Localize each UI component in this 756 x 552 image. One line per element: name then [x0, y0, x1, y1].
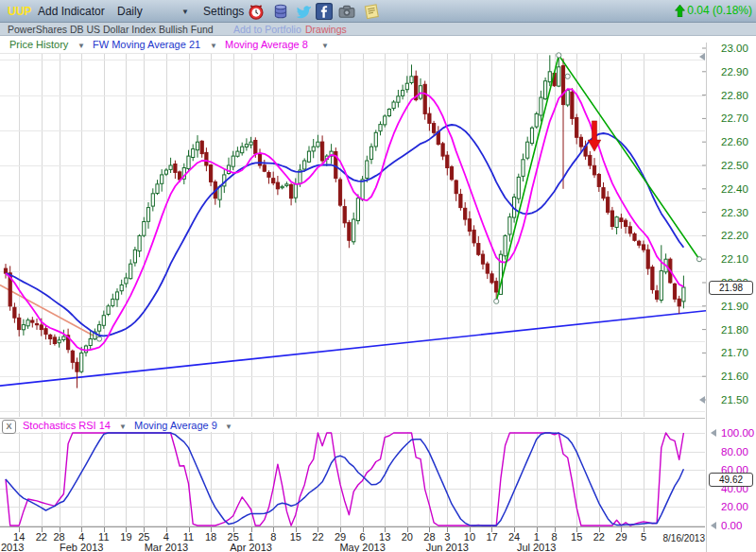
ma8-dropdown[interactable]: Moving Average 8	[225, 39, 308, 50]
price-tick-label: 22.70	[721, 112, 748, 124]
month-label: Apr 2013	[230, 542, 272, 552]
month-label: 2013	[1, 542, 24, 552]
date-tick-label: 17	[486, 531, 497, 543]
stoch-ma-dropdown[interactable]: Moving Average 9	[134, 420, 217, 431]
facebook-icon[interactable]	[316, 3, 333, 20]
fund-name-label: PowerShares DB US Dollar Index Bullish F…	[8, 24, 214, 35]
chart-canvas[interactable]: 23.0022.9022.8022.7022.6022.5022.4022.30…	[0, 36, 756, 552]
price-tick-label: 22.60	[721, 136, 748, 147]
date-tick-label: 22	[312, 531, 323, 543]
price-tick-label: 22.30	[721, 207, 748, 218]
date-tick-label: 19	[120, 531, 131, 543]
month-label: Jul 2013	[517, 542, 557, 552]
stoch-ma-arrow-icon[interactable]: ▼	[225, 423, 232, 431]
stoch-rsi-dropdown[interactable]: Stochastics RSI 14	[23, 420, 111, 431]
stoch-rsi-line	[6, 433, 683, 526]
month-label: May 2013	[339, 542, 385, 552]
database-icon[interactable]	[272, 3, 289, 20]
price-history-dropdown[interactable]: Price History	[9, 39, 68, 50]
stoch-value-box: 49.62	[709, 473, 753, 487]
price-tick-label: 22.40	[721, 183, 748, 195]
price-tick-label: 22.20	[721, 230, 748, 241]
ma21-arrow-icon[interactable]: ▼	[210, 42, 217, 50]
notes-icon[interactable]	[363, 3, 380, 20]
symbol-label: UUP	[8, 5, 31, 18]
drawings-link[interactable]: Drawings	[305, 24, 347, 35]
price-change: 0.04 (0.18%)	[675, 4, 752, 17]
price-tick-label: 21.70	[721, 347, 748, 358]
date-tick-label: 15	[571, 531, 582, 543]
price-tick-label: 22.50	[721, 160, 748, 171]
price-tick-label: 21.50	[721, 394, 748, 405]
stoch-rsi-arrow-icon[interactable]: ▼	[119, 423, 127, 431]
month-label: Feb 2013	[60, 542, 103, 552]
date-end-label: 8/16/2013	[648, 533, 705, 543]
month-label: Jun 2013	[426, 542, 469, 552]
add-to-portfolio-link[interactable]: Add to Portfolio	[233, 24, 301, 35]
up-arrow-icon	[675, 5, 685, 17]
price-history-arrow-icon[interactable]: ▼	[77, 42, 85, 50]
ma8-arrow-icon[interactable]: ▼	[321, 42, 329, 50]
alarm-icon[interactable]	[248, 3, 265, 20]
price-tick-label: 21.90	[721, 301, 748, 312]
price-tick-label: 21.80	[721, 324, 748, 336]
stoch-ma-line	[6, 433, 683, 526]
stoch-tick-label: 80.00	[721, 446, 748, 457]
month-label: Mar 2013	[145, 542, 188, 552]
price-tick-label: 22.90	[721, 66, 748, 78]
date-tick-label: 5	[641, 531, 646, 543]
last-price-box: 21.98	[709, 281, 753, 295]
grid	[0, 43, 707, 552]
date-tick-label: 29	[615, 531, 627, 543]
stoch-close-button[interactable]: X	[2, 420, 16, 434]
price-tick-label: 21.60	[721, 371, 748, 382]
toolbar: UUP Add Indicator Daily ▼ Settings	[0, 0, 756, 23]
app-window: UUP Add Indicator Daily ▼ Settings	[0, 0, 756, 552]
date-tick-label: 20	[402, 531, 413, 543]
stoch-tick-label: 0.00	[721, 520, 742, 531]
price-tick-label: 22.10	[721, 253, 748, 265]
stoch-tick-label: 100.00	[721, 427, 754, 439]
subheader: PowerShares DB US Dollar Index Bullish F…	[0, 23, 756, 36]
stoch-tick-label: 20.00	[721, 501, 748, 512]
price-tick-label: 23.00	[721, 43, 748, 54]
ma21-dropdown[interactable]: FW Moving Average 21	[93, 39, 200, 50]
twitter-icon[interactable]	[295, 3, 312, 20]
add-indicator-button[interactable]: Add Indicator	[38, 5, 105, 18]
camera-icon[interactable]	[338, 3, 355, 20]
ma21-line	[6, 125, 683, 336]
date-tick-label: 15	[290, 531, 301, 543]
date-tick-label: 18	[205, 531, 216, 543]
date-axis: 1422284111925411182518152229613202831017…	[1, 531, 646, 552]
date-tick-label: 22	[36, 531, 47, 543]
settings-button[interactable]: Settings	[203, 5, 244, 18]
period-dropdown-arrow-icon[interactable]: ▼	[181, 8, 189, 16]
period-select[interactable]: Daily	[117, 5, 143, 18]
date-tick-label: 22	[593, 531, 605, 543]
price-change-label: 0.04 (0.18%)	[687, 4, 752, 17]
price-tick-label: 22.80	[721, 90, 748, 101]
